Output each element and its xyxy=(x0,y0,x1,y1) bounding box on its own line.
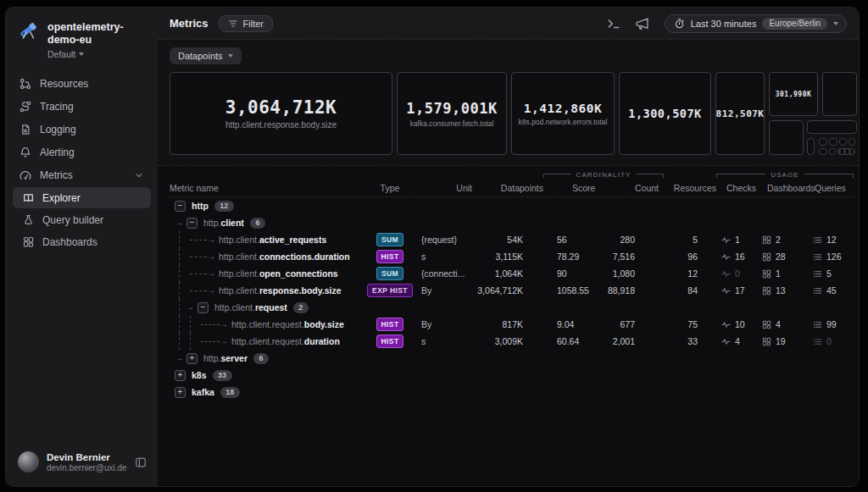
sidebar-item-dashboards[interactable]: Dashboards xyxy=(6,231,158,252)
table-row[interactable]: →http.client.response.body.sizeEXP HISTB… xyxy=(170,282,854,299)
tree-connector xyxy=(190,240,207,240)
treemap-box[interactable] xyxy=(829,148,836,155)
treemap-box[interactable] xyxy=(769,120,804,155)
cardinality-group-label: CARDINALITY xyxy=(543,171,664,179)
treemap-box[interactable]: 1,300,507K xyxy=(619,72,711,155)
unit-cell: By xyxy=(413,319,477,329)
treemap-box-k8s.pod.network.errors.total[interactable]: 1,412,860Kk8s.pod.network.errors.total xyxy=(511,72,615,155)
datapoints-cell: 3,064,712K xyxy=(477,285,543,296)
treemap-value: 301,990K xyxy=(776,91,812,98)
stopwatch-icon xyxy=(674,18,685,29)
chevron-down-icon xyxy=(134,170,144,180)
avatar xyxy=(18,451,39,473)
col-type[interactable]: Type xyxy=(367,183,413,193)
col-datapoints[interactable]: Datapoints xyxy=(477,183,543,193)
table-row[interactable]: →+http.server6 xyxy=(170,350,854,367)
table-row[interactable]: →http.client.active_requestsSUM{request}… xyxy=(170,231,854,248)
expand-toggle-plus-icon[interactable]: + xyxy=(175,370,186,381)
col-score[interactable]: Score xyxy=(543,183,604,193)
metric-count-badge: 2 xyxy=(293,302,309,313)
treemap-box[interactable] xyxy=(819,138,827,146)
resources-cell: 33 xyxy=(664,336,716,346)
metric-name-cell: →http.client.request.body.size xyxy=(170,316,367,333)
treemap-box[interactable] xyxy=(829,138,837,146)
treemap-box-http.client.response.body.size[interactable]: 3,064,712Khttp.client.response.body.size xyxy=(170,72,392,155)
col-queries[interactable]: Queries xyxy=(808,183,854,193)
tree-connector xyxy=(190,290,207,291)
treemap-box[interactable] xyxy=(849,138,855,146)
user-section[interactable]: Devin Bernier devin.bernier@uxi.de xyxy=(6,441,158,486)
resources-cell: 96 xyxy=(664,252,716,262)
workspace-header[interactable]: opentelemetry-demo-eu xyxy=(6,8,158,48)
table-row[interactable]: +k8s33 xyxy=(170,367,854,384)
sidebar-item-query-builder[interactable]: Query builder xyxy=(6,209,158,230)
metric-group-name: http.client xyxy=(203,218,244,228)
table-row[interactable]: →http.client.request.durationHISTs3,009K… xyxy=(170,333,854,350)
usage-value: 4 xyxy=(735,336,740,346)
table-header-row: Metric name Type Unit Datapoints Score C… xyxy=(170,179,854,197)
tree-connector xyxy=(201,324,220,325)
expand-toggle-minus-icon[interactable]: − xyxy=(186,218,198,229)
treemap-box[interactable]: 812,507K xyxy=(715,72,765,155)
filter-button[interactable]: Filter xyxy=(219,15,273,32)
sidebar-collapse-icon[interactable] xyxy=(135,456,147,468)
table-row[interactable]: →http.client.open_connectionsSUM{connect… xyxy=(170,265,854,282)
sidebar-item-tracing[interactable]: Tracing xyxy=(6,96,158,118)
sidebar-item-explorer[interactable]: Explorer xyxy=(13,187,151,208)
treemap-box[interactable] xyxy=(807,138,815,155)
sidebar-item-alerting[interactable]: Alerting xyxy=(6,141,158,163)
treemap-box[interactable] xyxy=(807,120,857,134)
col-checks[interactable]: Checks xyxy=(716,183,757,193)
tree-branch-arrow-icon: → xyxy=(175,354,183,362)
treemap-box-kafka.consumer.fetch.total[interactable]: 1,579,001Kkafka.consumer.fetch.total xyxy=(397,72,507,155)
type-badge: HIST xyxy=(376,334,404,348)
expand-toggle-minus-icon[interactable]: − xyxy=(198,302,209,313)
table-row[interactable]: +kafka18 xyxy=(170,384,854,401)
metric-type-cell: HIST xyxy=(367,334,413,348)
table-row[interactable]: →http.client.request.body.sizeHISTBy817K… xyxy=(170,316,854,333)
terminal-icon[interactable] xyxy=(607,17,620,30)
metric-segment: http xyxy=(192,201,209,211)
metric-name-cell: →http.client.request.duration xyxy=(170,333,367,350)
expand-toggle-plus-icon[interactable]: + xyxy=(175,387,186,398)
count-cell: 280 xyxy=(604,235,664,245)
count-cell: 88,918 xyxy=(604,285,664,296)
count-cell: 7,516 xyxy=(604,252,664,262)
treemap-box[interactable] xyxy=(839,138,847,146)
checks-icon xyxy=(721,320,731,329)
treemap-box[interactable] xyxy=(837,148,855,155)
megaphone-icon[interactable] xyxy=(636,17,649,30)
datapoints-cell: 54K xyxy=(477,235,543,245)
metric-segment: request xyxy=(255,302,287,312)
metric-prefix: http.client. xyxy=(219,252,259,262)
table-body: −http12→−http.client6→http.client.active… xyxy=(170,197,854,401)
col-dashboards[interactable]: Dashboards xyxy=(757,183,808,193)
nav-label: Dashboards xyxy=(42,236,97,248)
expand-toggle-plus-icon[interactable]: + xyxy=(186,353,198,364)
col-count[interactable]: Count xyxy=(604,183,664,193)
metric-count-badge: 33 xyxy=(213,370,232,381)
sidebar-item-metrics[interactable]: Metrics xyxy=(6,164,158,186)
table-row[interactable]: →−http.client.request2 xyxy=(170,299,854,316)
table-row[interactable]: →http.client.connections.durationHISTs3,… xyxy=(170,248,854,265)
chevron-down-icon xyxy=(79,53,84,56)
datapoints-dropdown[interactable]: Datapoints xyxy=(170,47,242,64)
treemap-box[interactable]: 301,990K xyxy=(769,72,818,116)
treemap-box[interactable] xyxy=(822,72,857,116)
tree-guide xyxy=(175,282,186,299)
sidebar-item-resources[interactable]: Resources xyxy=(6,73,158,95)
metric-group-name: kafka xyxy=(192,387,214,397)
environment-selector[interactable]: Default xyxy=(47,49,158,59)
col-metric-name[interactable]: Metric name xyxy=(170,183,367,193)
col-unit[interactable]: Unit xyxy=(413,183,477,193)
table-row[interactable]: −http12 xyxy=(170,197,854,214)
time-range-picker[interactable]: Last 30 minutes Europe/Berlin xyxy=(665,14,847,33)
datapoints-cell: 1,064K xyxy=(477,268,543,279)
table-row[interactable]: →−http.client6 xyxy=(170,214,854,231)
sidebar-item-logging[interactable]: Logging xyxy=(6,119,158,141)
treemap-box[interactable] xyxy=(819,148,827,155)
col-resources[interactable]: Resources xyxy=(664,183,716,193)
score-cell: 78.29 xyxy=(543,252,604,262)
tree-connector xyxy=(201,341,220,342)
expand-toggle-minus-icon[interactable]: − xyxy=(175,201,186,212)
